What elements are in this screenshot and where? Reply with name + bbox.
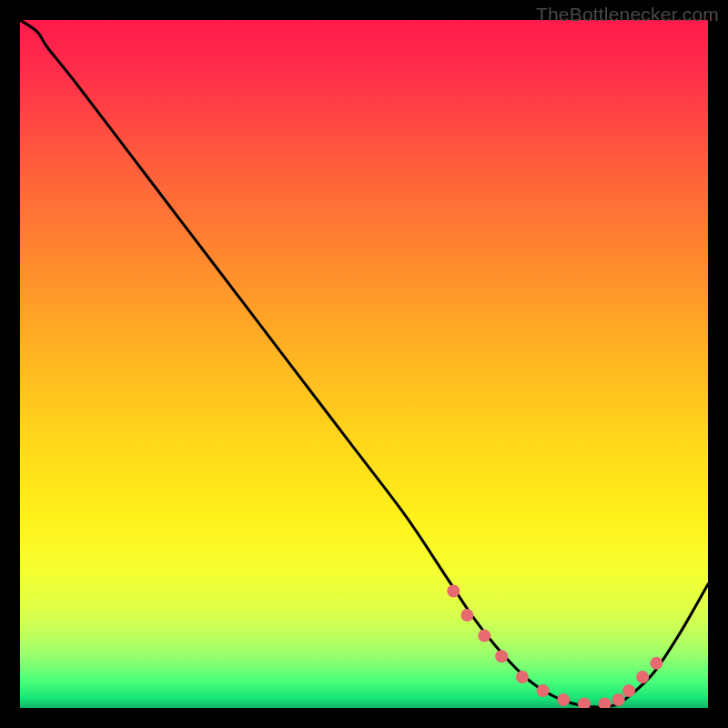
attribution-text: TheBottlenecker.com (536, 4, 719, 25)
plot-area (20, 20, 708, 708)
marker-dot (557, 693, 570, 706)
marker-dot (516, 671, 529, 683)
marker-dot (650, 657, 662, 670)
marker-dot (447, 584, 460, 597)
marker-dot (478, 630, 490, 642)
chart-stage: TheBottlenecker.com (0, 0, 728, 728)
marker-dot (460, 609, 473, 622)
gradient-background (20, 20, 708, 708)
marker-dot (495, 650, 508, 662)
marker-dot (612, 693, 625, 706)
marker-dot (622, 684, 635, 697)
marker-dot (636, 671, 649, 683)
marker-dot (537, 684, 550, 697)
chart-svg (20, 20, 708, 708)
